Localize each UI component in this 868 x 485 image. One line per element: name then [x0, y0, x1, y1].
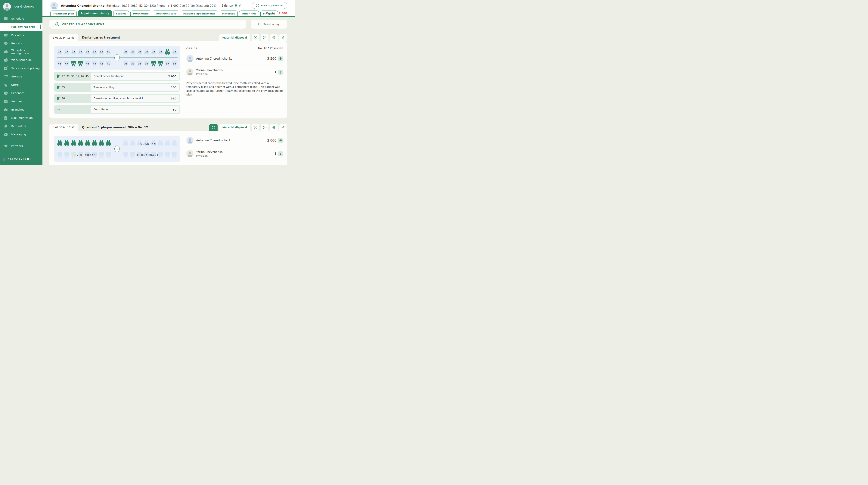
- edit-button[interactable]: [279, 34, 287, 41]
- sidebar-item-archive[interactable]: Archive: [0, 97, 42, 105]
- tooth-31[interactable]: 31: [123, 60, 128, 67]
- appointment-date-tab[interactable]: 5.01.202411:45: [50, 34, 78, 41]
- tooth-42[interactable]: 42: [99, 60, 104, 67]
- tab-treatment-card[interactable]: Treatment card: [153, 10, 179, 17]
- quadrant-tooth[interactable]: [158, 139, 163, 147]
- quadrant-tooth[interactable]: [164, 151, 170, 159]
- tooth-37[interactable]: 37: [165, 60, 170, 67]
- sidebar-item-services-and-pricing[interactable]: Services and pricing: [0, 64, 42, 72]
- material-disposal-button[interactable]: Material disposal: [219, 124, 250, 131]
- sidebar-item-reports[interactable]: Reports: [0, 39, 42, 48]
- quadrant-tooth[interactable]: [123, 139, 128, 147]
- toggle-dentition-button[interactable]: [115, 146, 120, 152]
- tab-materials[interactable]: Materials: [220, 10, 238, 17]
- material-disposal-button[interactable]: Material disposal: [219, 34, 250, 41]
- tooth-44[interactable]: 44: [85, 60, 90, 67]
- quadrant-tooth[interactable]: [85, 139, 90, 147]
- select-day-button[interactable]: Select a day: [251, 20, 287, 29]
- service-row[interactable]: 36Glass-ionomer filling complexity level…: [54, 94, 180, 103]
- sidebar-item-store[interactable]: Store: [0, 81, 42, 89]
- sidebar-item-work-schedule[interactable]: Work schedule: [0, 56, 42, 64]
- toggle-dentition-button[interactable]: [115, 55, 120, 61]
- sidebar-item-reminders[interactable]: Reminders: [0, 122, 42, 130]
- appointment-date-tab[interactable]: 4.01.202415:30: [50, 124, 78, 131]
- print-button[interactable]: [270, 34, 278, 41]
- quadrant-tooth[interactable]: [123, 151, 128, 159]
- tooth-46[interactable]: 46: [71, 60, 76, 67]
- tooth-12[interactable]: 12: [99, 48, 104, 55]
- quadrant-tooth[interactable]: [99, 139, 104, 147]
- service-row[interactable]: 35Temporary filling100: [54, 83, 180, 92]
- service-row[interactable]: ---Consultation50: [54, 105, 180, 114]
- sidebar-item-patient-records[interactable]: Patient records: [0, 23, 42, 31]
- service-row[interactable]: 27; 35; 36; 37; 46; 45Dental caries trea…: [54, 72, 180, 81]
- tooth-32[interactable]: 32: [130, 60, 135, 67]
- collapse-button[interactable]: [252, 34, 259, 41]
- tooth-14[interactable]: 14: [85, 48, 90, 55]
- quadrant-tooth[interactable]: [64, 151, 69, 159]
- tooth-13[interactable]: 13: [92, 48, 97, 55]
- tooth-16[interactable]: 16: [71, 48, 76, 55]
- tooth-25[interactable]: 25: [151, 48, 156, 55]
- tooth-35[interactable]: 35: [151, 60, 156, 67]
- quadrant-tooth[interactable]: [71, 139, 76, 147]
- print-button[interactable]: [270, 124, 278, 131]
- tooth-26[interactable]: 26: [158, 48, 163, 55]
- tooth-38[interactable]: 38: [172, 60, 177, 67]
- sidebar-item-branches[interactable]: Branches: [0, 105, 42, 114]
- tooth-11[interactable]: 11: [105, 48, 111, 55]
- quadrant-tooth[interactable]: [64, 139, 69, 147]
- tooth-33[interactable]: 33: [137, 60, 143, 67]
- edit-button[interactable]: [279, 124, 287, 131]
- quadrant-tooth[interactable]: [105, 139, 111, 147]
- tooth-27[interactable]: 27: [165, 48, 170, 55]
- details-button[interactable]: [261, 34, 269, 41]
- tooth-24[interactable]: 24: [144, 48, 149, 55]
- pen-nib-icon[interactable]: [238, 4, 242, 7]
- tooth-28[interactable]: 28: [172, 48, 177, 55]
- tooth-18[interactable]: 18: [57, 48, 62, 55]
- quadrant-tooth[interactable]: [78, 139, 84, 147]
- tooth-34[interactable]: 34: [144, 60, 149, 67]
- quadrant-tooth[interactable]: [92, 139, 97, 147]
- patient-payment-row[interactable]: Antonina Cherednichenko 2 000 ₴: [186, 136, 283, 147]
- sidebar-item-pay-office[interactable]: Pay office: [0, 31, 42, 39]
- quadrant-tooth[interactable]: [57, 139, 63, 147]
- tooth-48[interactable]: 48: [57, 60, 62, 67]
- tab-studies[interactable]: Studies: [113, 10, 129, 17]
- quadrant-tooth[interactable]: [130, 151, 135, 159]
- tooth-36[interactable]: 36: [158, 60, 163, 67]
- tooth-22[interactable]: 22: [130, 48, 135, 55]
- tab-treatment-plan[interactable]: Treatment plan: [50, 10, 76, 17]
- user-profile[interactable]: Igor Globenko: [0, 0, 42, 13]
- tab-patient-s-appointments[interactable]: Patient's appointments: [181, 10, 218, 17]
- tab-prosthetics[interactable]: Prosthetics: [130, 10, 151, 17]
- sidebar-item-expenses[interactable]: Expenses: [0, 89, 42, 97]
- quadrant-tooth[interactable]: [172, 139, 177, 147]
- sidebar-item-partners[interactable]: Partners: [0, 142, 42, 150]
- quadrant-tooth[interactable]: [57, 151, 63, 159]
- tab-other-files[interactable]: Other files: [239, 10, 259, 17]
- sidebar-item-messaging[interactable]: Messaging: [0, 130, 42, 139]
- back-to-patient-list-button[interactable]: Back to patient list: [252, 2, 287, 9]
- quadrant-tooth[interactable]: [172, 151, 177, 159]
- quadrant-tooth[interactable]: [130, 139, 135, 147]
- tooth-45[interactable]: 45: [78, 60, 83, 67]
- tooth-47[interactable]: 47: [64, 60, 69, 67]
- details-button[interactable]: [261, 124, 269, 131]
- tab-appointment-history[interactable]: Appointment history: [78, 10, 112, 17]
- sidebar-item-storage[interactable]: Storage: [0, 72, 42, 81]
- physician-row[interactable]: Yarina Shevchenko Physician 1: [186, 147, 283, 160]
- physician-row[interactable]: Yarina Shevchenko Physician 1: [186, 65, 283, 79]
- sidebar-item-workplace-management[interactable]: Workplace management: [0, 48, 42, 56]
- tooth-21[interactable]: 21: [123, 48, 128, 55]
- sidebar-item-schedule[interactable]: Schedule: [0, 14, 42, 23]
- tooth-15[interactable]: 15: [78, 48, 83, 55]
- tooth-17[interactable]: 17: [64, 48, 69, 55]
- patient-payment-row[interactable]: Antonina Cherednichenko 2 500 ₴: [186, 52, 283, 65]
- sidebar-item-documentation[interactable]: Documentation: [0, 114, 42, 122]
- tooth-41[interactable]: 41: [105, 60, 111, 67]
- tooth-43[interactable]: 43: [92, 60, 97, 67]
- quadrant-tooth[interactable]: [99, 151, 104, 159]
- quadrant-tooth[interactable]: [164, 139, 170, 147]
